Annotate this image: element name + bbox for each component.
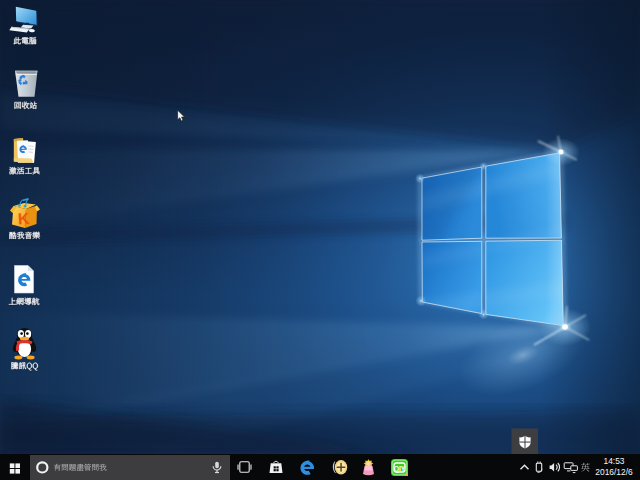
svg-text:QIY: QIY [394,465,406,473]
svg-text:14:53: 14:53 [604,456,625,466]
svg-text:K: K [17,210,30,228]
svg-text:2016/12/6: 2016/12/6 [595,467,633,477]
